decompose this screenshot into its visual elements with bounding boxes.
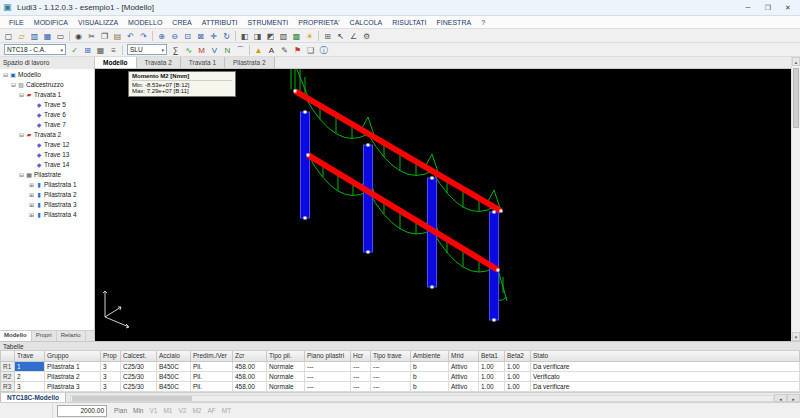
scrollbar-thumb[interactable] <box>793 68 799 128</box>
cell[interactable]: Pil. <box>191 381 233 391</box>
cell[interactable]: Normale <box>267 381 305 391</box>
zoom-in-icon[interactable]: ⊕ <box>155 30 168 42</box>
status-mt[interactable]: MT <box>219 407 234 414</box>
scroll-down-icon[interactable]: ▼ <box>792 332 800 341</box>
layers-icon[interactable]: ❏ <box>304 44 317 56</box>
cell[interactable]: 458.00 <box>233 381 267 391</box>
menu-modello[interactable]: MODELLO <box>123 18 167 27</box>
cell[interactable]: 1.00 <box>479 381 505 391</box>
wireframe-icon[interactable]: ▧ <box>277 30 290 42</box>
col-header[interactable]: Tipo trave <box>371 351 411 361</box>
info-icon[interactable]: ⓘ <box>317 44 330 56</box>
menu-finestra[interactable]: FINESTRA <box>432 18 477 27</box>
cell[interactable]: --- <box>305 361 351 371</box>
cell[interactable]: 3 <box>101 361 121 371</box>
col-header[interactable]: Gruppo <box>45 351 101 361</box>
cell[interactable]: C25/30 <box>121 371 157 381</box>
cell[interactable]: 458.00 <box>233 371 267 381</box>
cell[interactable]: --- <box>351 361 371 371</box>
panel-tab-modello[interactable]: Modello <box>0 331 32 341</box>
cell[interactable]: Attivo <box>449 371 479 381</box>
snapshot-icon[interactable]: ◉ <box>72 30 85 42</box>
menu-crea[interactable]: CREA <box>167 18 196 27</box>
tree-item-travata-2[interactable]: ⊟ ▰ Travata 2 <box>0 129 94 139</box>
col-header[interactable]: Acciaio <box>157 351 191 361</box>
tree-item-trave-12[interactable]: ◆ Trave 12 <box>0 139 94 149</box>
tree-expander-icon[interactable]: ⊟ <box>18 131 25 138</box>
cell[interactable]: 1.00 <box>479 361 505 371</box>
view-front-icon[interactable]: ◨ <box>251 30 264 42</box>
tree-item-trave-5[interactable]: ◆ Trave 5 <box>0 99 94 109</box>
cell[interactable]: 1 <box>15 361 45 371</box>
cell[interactable]: Da verificare <box>531 381 800 391</box>
options-gear-icon[interactable]: ⚙ <box>360 30 373 42</box>
cell[interactable]: Pilastrata 1 <box>45 361 101 371</box>
tree-item-calcestruzzo[interactable]: ⊟ ▧ Calcestruzzo <box>0 79 94 89</box>
model-viewport[interactable]: Momento M2 [Nmm] Min: -8.53e+07 [B:12] M… <box>95 69 791 341</box>
cell[interactable]: B450C <box>157 361 191 371</box>
view-iso-icon[interactable]: ◩ <box>264 30 277 42</box>
cell[interactable]: 1.00 <box>479 371 505 381</box>
row-header[interactable]: R1 <box>1 361 15 371</box>
zoom-window-icon[interactable]: ⊡ <box>181 30 194 42</box>
zoom-extents-icon[interactable]: ⊠ <box>194 30 207 42</box>
cell[interactable]: b <box>411 371 449 381</box>
copy-icon[interactable]: ❐ <box>98 30 111 42</box>
cell[interactable]: 1.00 <box>505 381 531 391</box>
cell[interactable]: --- <box>371 361 411 371</box>
edit-icon[interactable]: ✎ <box>278 44 291 56</box>
status-v1[interactable]: V1 <box>147 407 161 414</box>
shaded-icon[interactable]: ▩ <box>290 30 303 42</box>
menu-calcola[interactable]: CALCOLA <box>345 18 388 27</box>
horizontal-scrollbar[interactable] <box>70 395 774 402</box>
zoom-out-icon[interactable]: ⊖ <box>168 30 181 42</box>
panel-tab-proprieta[interactable]: Propri <box>32 331 57 341</box>
tree-expander-icon[interactable]: ⊟ <box>2 71 9 78</box>
cell[interactable]: 3 <box>15 381 45 391</box>
cell[interactable]: Pilastrata 2 <box>45 371 101 381</box>
render-icon[interactable]: ☀ <box>303 30 316 42</box>
menu-visualizza[interactable]: VISUALIZZA <box>73 18 123 27</box>
status-v2[interactable]: V2 <box>175 407 189 414</box>
view-tab-travata-1[interactable]: Travata 1 <box>181 57 225 68</box>
panel-tab-relazione[interactable]: Relazio <box>57 331 86 341</box>
save-icon[interactable]: ▥ <box>28 30 41 42</box>
envelope-icon[interactable]: ▲ <box>252 44 265 56</box>
properties-list-icon[interactable]: ≡ <box>107 44 120 56</box>
col-header[interactable]: Predim./Ver <box>191 351 233 361</box>
scroll-right-icon[interactable]: ▸ <box>787 394 800 402</box>
menu-help[interactable]: ? <box>476 18 490 27</box>
menu-modifica[interactable]: MODIFICA <box>29 18 73 27</box>
col-header[interactable]: Hcr <box>351 351 371 361</box>
diagram-icon[interactable]: ∿ <box>182 44 195 56</box>
cell[interactable]: 1.00 <box>505 361 531 371</box>
paste-icon[interactable]: ▤ <box>111 30 124 42</box>
cell[interactable]: Normale <box>267 361 305 371</box>
table-row[interactable]: R3 3 Pilastrata 3 3 C25/30 B450C Pil. 45… <box>1 381 800 391</box>
scroll-up-icon[interactable]: ▲ <box>792 57 800 66</box>
tree-expander-icon[interactable]: ⊟ <box>18 171 25 178</box>
cell[interactable]: Attivo <box>449 381 479 391</box>
tree-item-pilastrata-1[interactable]: ⊞ ▮ Pilastrata 1 <box>0 179 94 189</box>
tree-item-pilastrata-2[interactable]: ⊞ ▮ Pilastrata 2 <box>0 189 94 199</box>
slu-combo[interactable]: SLU ▾ <box>127 44 167 55</box>
tree-item-trave-6[interactable]: ◆ Trave 6 <box>0 109 94 119</box>
tree-expander-icon[interactable]: ⊞ <box>28 181 35 188</box>
cell[interactable]: --- <box>351 371 371 381</box>
cell[interactable]: --- <box>305 381 351 391</box>
load-combinations-icon[interactable]: ⊞ <box>81 44 94 56</box>
col-header[interactable]: Trave <box>15 351 45 361</box>
cell[interactable]: 3 <box>101 371 121 381</box>
view-tab-travata-2[interactable]: Travata 2 <box>137 57 181 68</box>
cell[interactable]: Da verificare <box>531 361 800 371</box>
col-header[interactable]: Stato <box>531 351 800 361</box>
tree-expander-icon[interactable]: ⊟ <box>10 81 17 88</box>
cell[interactable]: C25/30 <box>121 361 157 371</box>
tree-item-pilastrata-3[interactable]: ⊞ ▮ Pilastrata 3 <box>0 199 94 209</box>
tree-item-pilastrate[interactable]: ⊟ ▦ Pilastrate <box>0 169 94 179</box>
cell[interactable]: --- <box>371 371 411 381</box>
pan-icon[interactable]: ✛ <box>207 30 220 42</box>
col-header[interactable]: Ambiente <box>411 351 449 361</box>
cell[interactable]: B450C <box>157 371 191 381</box>
vertical-scrollbar[interactable]: ▲ ▼ <box>791 57 800 341</box>
